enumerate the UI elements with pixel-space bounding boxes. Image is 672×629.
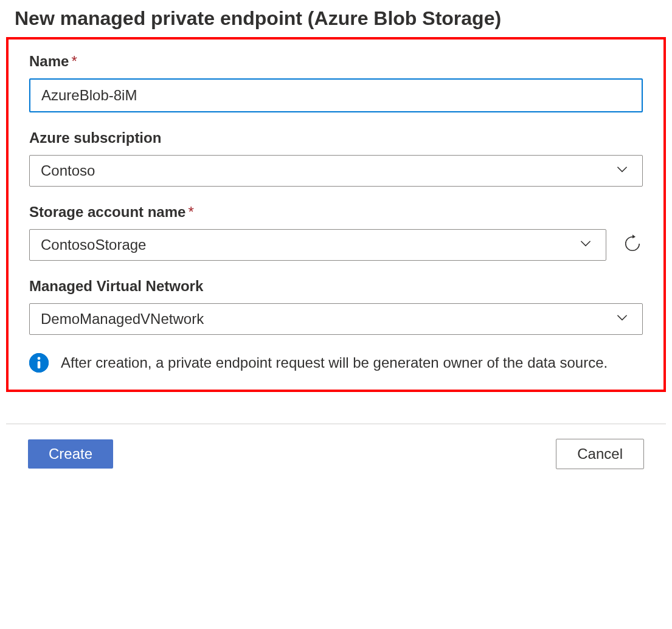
field-subscription: Azure subscription Contoso [29, 129, 643, 187]
managed-vnet-select[interactable]: DemoManagedVNetwork [29, 303, 643, 335]
create-button[interactable]: Create [28, 439, 113, 469]
storage-account-value: ContosoStorage [41, 236, 146, 253]
refresh-icon [623, 235, 642, 255]
managed-vnet-value: DemoManagedVNetwork [41, 311, 204, 328]
info-icon [29, 353, 49, 373]
subscription-label: Azure subscription [29, 129, 643, 146]
name-label: Name* [29, 53, 643, 70]
chevron-down-icon [614, 161, 630, 180]
name-input[interactable] [29, 78, 643, 112]
cancel-button[interactable]: Cancel [556, 439, 644, 469]
field-storage-account: Storage account name* ContosoStorage [29, 204, 643, 261]
svg-point-1 [38, 357, 41, 360]
form-highlight-area: Name* Azure subscription Contoso Storage… [6, 37, 666, 392]
page-title: New managed private endpoint (Azure Blob… [0, 7, 672, 37]
chevron-down-icon [614, 309, 630, 329]
storage-account-select[interactable]: ContosoStorage [29, 229, 606, 261]
subscription-value: Contoso [41, 162, 95, 179]
info-text: After creation, a private endpoint reque… [61, 352, 608, 374]
field-managed-vnet: Managed Virtual Network DemoManagedVNetw… [29, 278, 643, 335]
chevron-down-icon [578, 235, 594, 255]
info-message: After creation, a private endpoint reque… [29, 352, 643, 374]
action-bar: Create Cancel [0, 424, 672, 484]
svg-rect-2 [38, 361, 41, 368]
field-name: Name* [29, 53, 643, 112]
storage-account-label-text: Storage account name [29, 204, 185, 220]
managed-vnet-label: Managed Virtual Network [29, 278, 643, 295]
name-label-text: Name [29, 53, 69, 69]
required-marker: * [188, 204, 193, 220]
storage-account-label: Storage account name* [29, 204, 643, 221]
refresh-button[interactable] [622, 235, 643, 255]
required-marker: * [71, 53, 77, 69]
subscription-select[interactable]: Contoso [29, 155, 643, 187]
